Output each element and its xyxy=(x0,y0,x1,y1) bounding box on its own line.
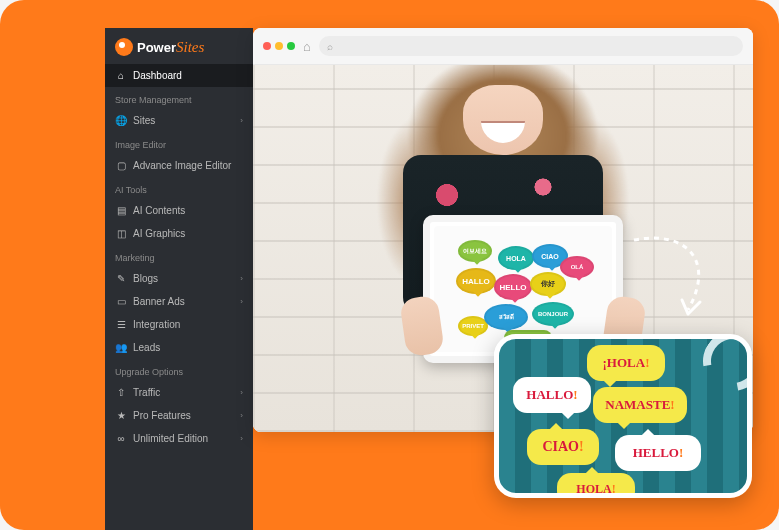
smile xyxy=(481,121,525,143)
brand-text: PowerSites xyxy=(137,39,204,56)
greetings-card: ¡HOLA! HALLO! NAMASTE! CIAO! HELLO! HOLA… xyxy=(494,334,752,498)
chevron-right-icon: › xyxy=(240,297,243,306)
globe-icon: 🌐 xyxy=(115,115,127,126)
sidebar-item-label: AI Graphics xyxy=(133,228,185,239)
bubble-hallo: HALLO xyxy=(456,268,496,294)
chevron-right-icon: › xyxy=(240,274,243,283)
bubble-hello: HELLO xyxy=(494,274,532,300)
section-header: Store Management xyxy=(105,87,253,109)
brand-mark-icon xyxy=(115,38,133,56)
sidebar-item-leads[interactable]: 👥Leads xyxy=(105,336,253,359)
link-icon: ☰ xyxy=(115,319,127,330)
curved-arrow-icon xyxy=(614,222,724,332)
section-header: Image Editor xyxy=(105,132,253,154)
face xyxy=(463,85,543,155)
users-icon: 👥 xyxy=(115,342,127,353)
sidebar-item-ai-contents[interactable]: ▤AI Contents xyxy=(105,199,253,222)
browser-chrome-bar: ⌂ ⌕ xyxy=(253,28,753,65)
brand-name-a: Power xyxy=(137,40,176,55)
maximize-icon[interactable] xyxy=(287,42,295,50)
sidebar-item-label: AI Contents xyxy=(133,205,185,216)
sidebar-item-ai-graphics[interactable]: ◫AI Graphics xyxy=(105,222,253,245)
sidebar-item-dashboard[interactable]: ⌂Dashboard xyxy=(105,64,253,87)
sidebar-item-label: Sites xyxy=(133,115,155,126)
sidebar-item-label: Leads xyxy=(133,342,160,353)
sidebar-item-label: Pro Features xyxy=(133,410,191,421)
note-hallo: HALLO! xyxy=(513,377,591,413)
sidebar-item-sites[interactable]: 🌐Sites› xyxy=(105,109,253,132)
sidebar-item-advance-image-editor[interactable]: ▢Advance Image Editor xyxy=(105,154,253,177)
search-icon: ⌕ xyxy=(327,41,333,52)
star-icon: ★ xyxy=(115,410,127,421)
note-ciao: CIAO! xyxy=(527,429,599,465)
bubble-bonjour: BONJOUR xyxy=(532,302,574,326)
bubble-korean: 여보세요 xyxy=(458,240,492,262)
banner-icon: ▭ xyxy=(115,296,127,307)
sidebar-item-pro-features[interactable]: ★Pro Features› xyxy=(105,404,253,427)
window-controls xyxy=(263,42,295,50)
home-icon: ⌂ xyxy=(115,70,127,81)
section-header: AI Tools xyxy=(105,177,253,199)
bubble-hola: HOLA xyxy=(498,246,534,270)
chevron-right-icon: › xyxy=(240,388,243,397)
home-button[interactable]: ⌂ xyxy=(303,39,311,54)
bubble-chinese: 你好 xyxy=(530,272,566,296)
address-bar[interactable]: ⌕ xyxy=(319,36,743,56)
sidebar-item-label: Blogs xyxy=(133,273,158,284)
infinity-icon: ∞ xyxy=(115,433,127,444)
sidebar-item-traffic[interactable]: ⇧Traffic› xyxy=(105,381,253,404)
chevron-right-icon: › xyxy=(240,116,243,125)
graphic-icon: ◫ xyxy=(115,228,127,239)
chart-icon: ⇧ xyxy=(115,387,127,398)
close-icon[interactable] xyxy=(263,42,271,50)
chevron-right-icon: › xyxy=(240,411,243,420)
sidebar-item-label: Traffic xyxy=(133,387,160,398)
sidebar-item-banner-ads[interactable]: ▭Banner Ads› xyxy=(105,290,253,313)
note-hello: HELLO! xyxy=(615,435,701,471)
sidebar-item-unlimited-edition[interactable]: ∞Unlimited Edition› xyxy=(105,427,253,450)
bubble-ola: OLÁ xyxy=(560,256,594,278)
headphones-icon xyxy=(691,334,752,403)
note-hola: HOLA! xyxy=(557,473,635,498)
section-header: Upgrade Options xyxy=(105,359,253,381)
bubble-thai: สวัสดี xyxy=(484,304,528,330)
sidebar-item-blogs[interactable]: ✎Blogs› xyxy=(105,267,253,290)
promo-canvas: PowerSites ⌂DashboardStore Management🌐Si… xyxy=(0,0,779,530)
note-namaste: NAMASTE! xyxy=(593,387,687,423)
doc-icon: ▤ xyxy=(115,205,127,216)
chevron-right-icon: › xyxy=(240,434,243,443)
minimize-icon[interactable] xyxy=(275,42,283,50)
note-hola-es: ¡HOLA! xyxy=(587,345,665,381)
brand-name-b: Sites xyxy=(176,39,204,55)
section-header: Marketing xyxy=(105,245,253,267)
sidebar-item-label: Advance Image Editor xyxy=(133,160,231,171)
sidebar-item-label: Banner Ads xyxy=(133,296,185,307)
app-sidebar: PowerSites ⌂DashboardStore Management🌐Si… xyxy=(105,28,253,530)
sidebar-item-label: Dashboard xyxy=(133,70,182,81)
brand-logo: PowerSites xyxy=(105,28,253,64)
image-icon: ▢ xyxy=(115,160,127,171)
rss-icon: ✎ xyxy=(115,273,127,284)
sidebar-item-label: Integration xyxy=(133,319,180,330)
sidebar-item-label: Unlimited Edition xyxy=(133,433,208,444)
sidebar-item-integration[interactable]: ☰Integration xyxy=(105,313,253,336)
